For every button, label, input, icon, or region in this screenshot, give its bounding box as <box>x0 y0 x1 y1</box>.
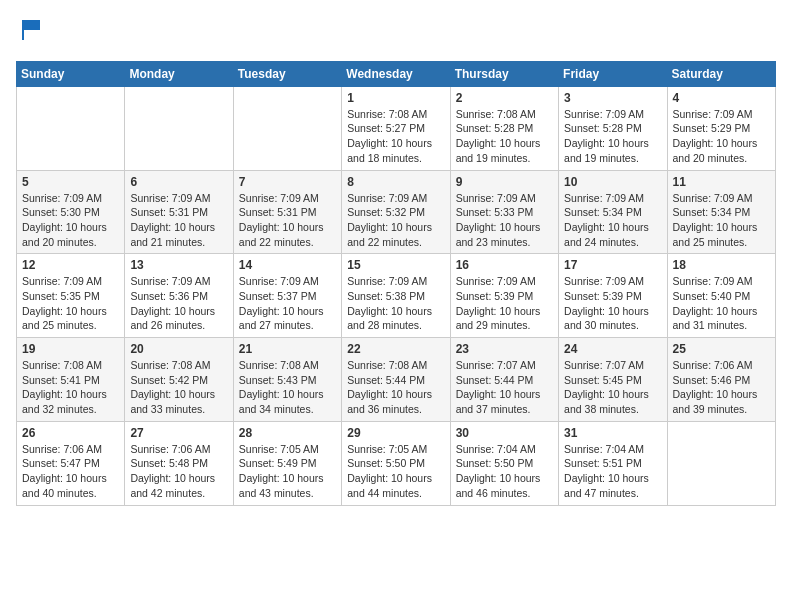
day-info: Sunrise: 7:09 AMSunset: 5:35 PMDaylight:… <box>22 274 119 333</box>
day-info: Sunrise: 7:04 AMSunset: 5:50 PMDaylight:… <box>456 442 553 501</box>
logo <box>16 16 46 49</box>
day-number: 29 <box>347 426 444 440</box>
calendar-cell: 30Sunrise: 7:04 AMSunset: 5:50 PMDayligh… <box>450 421 558 505</box>
header-row: SundayMondayTuesdayWednesdayThursdayFrid… <box>17 61 776 86</box>
calendar-cell <box>233 86 341 170</box>
calendar-cell <box>125 86 233 170</box>
calendar-week-row: 12Sunrise: 7:09 AMSunset: 5:35 PMDayligh… <box>17 254 776 338</box>
calendar-cell: 8Sunrise: 7:09 AMSunset: 5:32 PMDaylight… <box>342 170 450 254</box>
day-number: 2 <box>456 91 553 105</box>
day-info: Sunrise: 7:09 AMSunset: 5:30 PMDaylight:… <box>22 191 119 250</box>
day-info: Sunrise: 7:09 AMSunset: 5:40 PMDaylight:… <box>673 274 770 333</box>
day-number: 18 <box>673 258 770 272</box>
calendar-cell: 10Sunrise: 7:09 AMSunset: 5:34 PMDayligh… <box>559 170 667 254</box>
calendar-cell: 1Sunrise: 7:08 AMSunset: 5:27 PMDaylight… <box>342 86 450 170</box>
calendar-cell: 19Sunrise: 7:08 AMSunset: 5:41 PMDayligh… <box>17 338 125 422</box>
day-info: Sunrise: 7:09 AMSunset: 5:38 PMDaylight:… <box>347 274 444 333</box>
calendar-cell: 26Sunrise: 7:06 AMSunset: 5:47 PMDayligh… <box>17 421 125 505</box>
day-info: Sunrise: 7:05 AMSunset: 5:49 PMDaylight:… <box>239 442 336 501</box>
calendar-cell: 12Sunrise: 7:09 AMSunset: 5:35 PMDayligh… <box>17 254 125 338</box>
calendar-cell: 16Sunrise: 7:09 AMSunset: 5:39 PMDayligh… <box>450 254 558 338</box>
day-info: Sunrise: 7:09 AMSunset: 5:32 PMDaylight:… <box>347 191 444 250</box>
calendar-cell: 31Sunrise: 7:04 AMSunset: 5:51 PMDayligh… <box>559 421 667 505</box>
day-number: 31 <box>564 426 661 440</box>
calendar-cell: 14Sunrise: 7:09 AMSunset: 5:37 PMDayligh… <box>233 254 341 338</box>
day-number: 6 <box>130 175 227 189</box>
calendar-week-row: 26Sunrise: 7:06 AMSunset: 5:47 PMDayligh… <box>17 421 776 505</box>
day-number: 16 <box>456 258 553 272</box>
day-number: 28 <box>239 426 336 440</box>
day-info: Sunrise: 7:08 AMSunset: 5:27 PMDaylight:… <box>347 107 444 166</box>
day-info: Sunrise: 7:07 AMSunset: 5:44 PMDaylight:… <box>456 358 553 417</box>
calendar-cell <box>17 86 125 170</box>
col-header-thursday: Thursday <box>450 61 558 86</box>
day-info: Sunrise: 7:09 AMSunset: 5:29 PMDaylight:… <box>673 107 770 166</box>
day-info: Sunrise: 7:08 AMSunset: 5:43 PMDaylight:… <box>239 358 336 417</box>
day-number: 23 <box>456 342 553 356</box>
col-header-saturday: Saturday <box>667 61 775 86</box>
col-header-monday: Monday <box>125 61 233 86</box>
calendar-cell: 2Sunrise: 7:08 AMSunset: 5:28 PMDaylight… <box>450 86 558 170</box>
day-info: Sunrise: 7:09 AMSunset: 5:28 PMDaylight:… <box>564 107 661 166</box>
day-info: Sunrise: 7:05 AMSunset: 5:50 PMDaylight:… <box>347 442 444 501</box>
day-number: 19 <box>22 342 119 356</box>
day-info: Sunrise: 7:04 AMSunset: 5:51 PMDaylight:… <box>564 442 661 501</box>
calendar-cell: 29Sunrise: 7:05 AMSunset: 5:50 PMDayligh… <box>342 421 450 505</box>
day-number: 27 <box>130 426 227 440</box>
day-number: 26 <box>22 426 119 440</box>
col-header-wednesday: Wednesday <box>342 61 450 86</box>
day-number: 25 <box>673 342 770 356</box>
day-number: 4 <box>673 91 770 105</box>
day-number: 24 <box>564 342 661 356</box>
calendar-cell: 13Sunrise: 7:09 AMSunset: 5:36 PMDayligh… <box>125 254 233 338</box>
day-info: Sunrise: 7:09 AMSunset: 5:31 PMDaylight:… <box>130 191 227 250</box>
day-number: 3 <box>564 91 661 105</box>
calendar-week-row: 19Sunrise: 7:08 AMSunset: 5:41 PMDayligh… <box>17 338 776 422</box>
day-number: 7 <box>239 175 336 189</box>
calendar-cell: 27Sunrise: 7:06 AMSunset: 5:48 PMDayligh… <box>125 421 233 505</box>
day-info: Sunrise: 7:09 AMSunset: 5:37 PMDaylight:… <box>239 274 336 333</box>
calendar-cell: 21Sunrise: 7:08 AMSunset: 5:43 PMDayligh… <box>233 338 341 422</box>
calendar-cell: 6Sunrise: 7:09 AMSunset: 5:31 PMDaylight… <box>125 170 233 254</box>
calendar-cell: 9Sunrise: 7:09 AMSunset: 5:33 PMDaylight… <box>450 170 558 254</box>
day-number: 30 <box>456 426 553 440</box>
day-number: 22 <box>347 342 444 356</box>
calendar-cell: 18Sunrise: 7:09 AMSunset: 5:40 PMDayligh… <box>667 254 775 338</box>
calendar-cell: 24Sunrise: 7:07 AMSunset: 5:45 PMDayligh… <box>559 338 667 422</box>
calendar-cell: 17Sunrise: 7:09 AMSunset: 5:39 PMDayligh… <box>559 254 667 338</box>
day-info: Sunrise: 7:09 AMSunset: 5:34 PMDaylight:… <box>564 191 661 250</box>
calendar-cell: 22Sunrise: 7:08 AMSunset: 5:44 PMDayligh… <box>342 338 450 422</box>
calendar-cell: 3Sunrise: 7:09 AMSunset: 5:28 PMDaylight… <box>559 86 667 170</box>
day-number: 9 <box>456 175 553 189</box>
calendar-cell: 28Sunrise: 7:05 AMSunset: 5:49 PMDayligh… <box>233 421 341 505</box>
day-number: 14 <box>239 258 336 272</box>
day-number: 1 <box>347 91 444 105</box>
calendar-cell: 15Sunrise: 7:09 AMSunset: 5:38 PMDayligh… <box>342 254 450 338</box>
day-info: Sunrise: 7:09 AMSunset: 5:36 PMDaylight:… <box>130 274 227 333</box>
day-number: 12 <box>22 258 119 272</box>
calendar-cell: 7Sunrise: 7:09 AMSunset: 5:31 PMDaylight… <box>233 170 341 254</box>
col-header-tuesday: Tuesday <box>233 61 341 86</box>
day-number: 17 <box>564 258 661 272</box>
day-info: Sunrise: 7:08 AMSunset: 5:41 PMDaylight:… <box>22 358 119 417</box>
day-info: Sunrise: 7:06 AMSunset: 5:46 PMDaylight:… <box>673 358 770 417</box>
day-number: 11 <box>673 175 770 189</box>
svg-marker-1 <box>24 20 40 30</box>
calendar-table: SundayMondayTuesdayWednesdayThursdayFrid… <box>16 61 776 506</box>
day-info: Sunrise: 7:09 AMSunset: 5:34 PMDaylight:… <box>673 191 770 250</box>
logo-flag-icon <box>18 16 46 44</box>
calendar-cell: 25Sunrise: 7:06 AMSunset: 5:46 PMDayligh… <box>667 338 775 422</box>
calendar-cell: 23Sunrise: 7:07 AMSunset: 5:44 PMDayligh… <box>450 338 558 422</box>
day-info: Sunrise: 7:08 AMSunset: 5:42 PMDaylight:… <box>130 358 227 417</box>
day-number: 20 <box>130 342 227 356</box>
calendar-cell: 5Sunrise: 7:09 AMSunset: 5:30 PMDaylight… <box>17 170 125 254</box>
day-number: 15 <box>347 258 444 272</box>
day-info: Sunrise: 7:06 AMSunset: 5:47 PMDaylight:… <box>22 442 119 501</box>
day-number: 10 <box>564 175 661 189</box>
col-header-friday: Friday <box>559 61 667 86</box>
day-info: Sunrise: 7:08 AMSunset: 5:44 PMDaylight:… <box>347 358 444 417</box>
page-header <box>16 16 776 49</box>
day-info: Sunrise: 7:08 AMSunset: 5:28 PMDaylight:… <box>456 107 553 166</box>
calendar-week-row: 1Sunrise: 7:08 AMSunset: 5:27 PMDaylight… <box>17 86 776 170</box>
day-number: 13 <box>130 258 227 272</box>
